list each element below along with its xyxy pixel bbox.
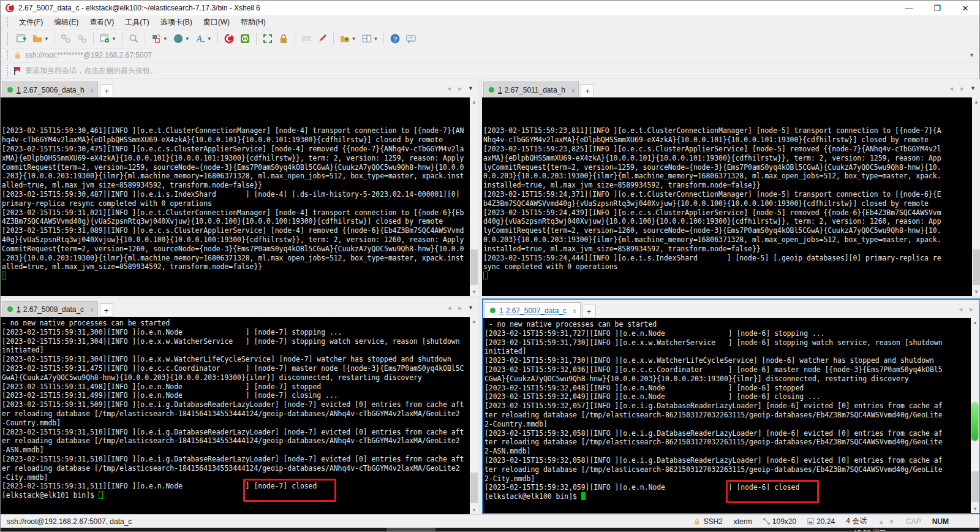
session-tab[interactable]: 1 2.67_5006_data_h x — [2, 82, 98, 97]
close-button[interactable]: ✕ — [951, 1, 979, 15]
title-bar: 2.67_5007_data_c - elkstack@elk100:~/ela… — [1, 1, 979, 15]
new-tab-button[interactable]: + — [100, 84, 113, 97]
font-icon[interactable]: A▼ — [193, 31, 214, 46]
tab-scroll-left-icon[interactable]: ◄ — [446, 85, 452, 92]
tab-menu-icon[interactable]: ▼ — [468, 85, 473, 91]
find-icon[interactable] — [126, 31, 141, 46]
scroll-thumb[interactable] — [973, 249, 980, 285]
xshell-logo-icon — [5, 3, 15, 13]
xshell-window: 2.67_5007_data_c - elkstack@elk100:~/ela… — [0, 0, 980, 532]
session-nav-arrows[interactable]: ▲▼ — [878, 518, 895, 525]
tab-menu-icon[interactable]: ▼ — [970, 85, 976, 91]
scroll-up-icon[interactable]: ▲ — [470, 317, 478, 325]
terminal-output[interactable]: - no new native processes can be started… — [1, 317, 470, 514]
tab-scroll-right-icon[interactable]: ► — [968, 306, 974, 313]
taskbar-clock: 15:59 周三 — [854, 528, 886, 531]
scrollbar[interactable]: ▲ ▼ — [470, 317, 478, 514]
highlight-pen-icon[interactable] — [315, 31, 330, 46]
tab-close-icon[interactable]: x — [91, 86, 94, 94]
minimize-button[interactable]: — — [895, 1, 923, 15]
web-globe-icon[interactable]: ▼ — [171, 31, 192, 46]
taskbar-button[interactable] — [386, 528, 435, 531]
session-tab-active[interactable]: 1 2.67_5007_data_c x — [484, 302, 581, 318]
menu-help[interactable]: 帮助(H) — [235, 16, 271, 29]
status-cursor-position: 20,24 — [807, 517, 835, 526]
menu-edit[interactable]: 编辑(E) — [48, 16, 84, 29]
scroll-thumb[interactable] — [470, 473, 478, 503]
terminal-output[interactable]: [2023-02-15T15:59:30,461][INFO ][o.e.t.C… — [1, 97, 470, 296]
terminal-cursor — [581, 492, 586, 500]
xshell-icon[interactable] — [222, 31, 236, 46]
new-session-icon[interactable] — [14, 31, 29, 46]
status-terminal-size: 109x20 — [763, 517, 796, 526]
help-icon[interactable]: ? — [388, 31, 402, 46]
scroll-down-icon[interactable]: ▼ — [971, 504, 979, 513]
lock-screen-icon[interactable] — [276, 31, 291, 46]
tab-close-icon[interactable]: x — [90, 306, 94, 313]
tab-scroll-left-icon[interactable]: ◄ — [957, 306, 963, 313]
session-tab[interactable]: 1 2.67_5011_data_h x — [483, 82, 579, 97]
disconnect-icon[interactable] — [59, 31, 74, 46]
scroll-up-icon[interactable]: ▲ — [971, 318, 979, 327]
scrollbar[interactable]: ▲ ▼ — [470, 97, 478, 296]
status-connection: ssh://root@192.168.2.67:5007, data_c — [1, 517, 132, 526]
status-bar: ssh://root@192.168.2.67:5007, data_c SSH… — [1, 514, 979, 528]
tab-title: 2.67_5011_data_h — [505, 86, 565, 94]
scroll-down-icon[interactable]: ▼ — [470, 506, 478, 514]
tab-scroll-right-icon[interactable]: ► — [959, 85, 965, 92]
tab-title: 2.67_5006_data_h — [23, 86, 85, 94]
tab-scroll-left-icon[interactable]: ◄ — [948, 85, 954, 92]
scroll-up-icon[interactable]: ▲ — [972, 97, 980, 106]
terminal-pane-active: 1 2.67_5007_data_c x + ◄► - no new nativ… — [482, 298, 980, 514]
tab-title: 2.67_5007_data_c — [506, 306, 567, 315]
message-icon[interactable] — [404, 31, 418, 46]
address-field[interactable]: ssh://root:*********@192.168.2.67:5007 ▼ — [13, 48, 979, 62]
new-tab-button[interactable]: + — [581, 84, 594, 97]
keyboard-icon[interactable] — [299, 31, 314, 46]
toolbar-grip — [7, 50, 10, 59]
tab-scroll-left-icon[interactable]: ◄ — [446, 305, 452, 311]
menu-file[interactable]: 文件(F) — [13, 16, 48, 29]
scroll-up-icon[interactable]: ▲ — [470, 97, 478, 106]
tab-scroll-right-icon[interactable]: ► — [457, 85, 463, 92]
scrollbar[interactable]: ▲ ▼ — [972, 97, 980, 296]
terminal-cursor — [99, 491, 103, 499]
new-tab-button[interactable]: + — [100, 303, 113, 317]
scroll-thumb[interactable] — [971, 471, 979, 502]
scroll-down-icon[interactable]: ▼ — [972, 287, 980, 296]
scroll-down-icon[interactable]: ▼ — [470, 287, 478, 296]
terminal-log-text: - no new native processes can be started… — [2, 319, 470, 491]
menu-tabs[interactable]: 选项卡(B) — [155, 16, 198, 29]
session-properties-icon[interactable]: ▼ — [97, 31, 118, 46]
scroll-thumb[interactable] — [470, 249, 478, 285]
new-tab-button[interactable]: + — [582, 305, 596, 318]
status-lock-icon — [693, 518, 701, 525]
tile-layout-icon[interactable]: ▼ — [360, 31, 380, 46]
terminal-pane: 1 2.67_5008_data_c x + ◄►▼ - no new nati… — [1, 298, 478, 514]
fullscreen-icon[interactable] — [260, 31, 275, 46]
terminal-log-text: [2023-02-15T15:59:23,811][INFO ][o.e.t.C… — [483, 99, 972, 272]
terminal-output[interactable]: - no new native processes can be started… — [483, 318, 971, 513]
menu-tools[interactable]: 工具(T) — [119, 16, 154, 29]
menu-view[interactable]: 查看(V) — [84, 16, 119, 29]
terminal-output[interactable]: [2023-02-15T15:59:23,811][INFO ][o.e.t.C… — [482, 97, 972, 296]
new-file-transfer-icon[interactable]: ▼ — [337, 31, 358, 46]
reconnect-icon[interactable] — [75, 31, 89, 46]
tab-scroll-right-icon[interactable]: ► — [457, 305, 463, 311]
connected-dot-icon — [490, 308, 496, 313]
address-dropdown-icon[interactable]: ▼ — [969, 52, 974, 58]
session-tab[interactable]: 1 2.67_5008_data_c x — [2, 301, 98, 317]
tab-close-icon[interactable]: x — [573, 307, 576, 314]
info-bar: 要添加当前会话，点击左侧的箭头按钮。 — [1, 63, 979, 79]
xftp-icon[interactable] — [238, 31, 252, 46]
restore-button[interactable]: ❐ — [923, 1, 951, 15]
address-url: ssh://root:*********@192.168.2.67:5007 — [25, 51, 152, 59]
open-session-icon[interactable]: ▼ — [30, 31, 51, 46]
windows-taskbar: 15:59 周三 — [1, 528, 979, 531]
session-up-icon: ▲ — [878, 518, 884, 525]
compose-layout-icon[interactable]: ▼ — [149, 31, 170, 46]
menu-window[interactable]: 窗口(W) — [198, 16, 235, 29]
tab-close-icon[interactable]: x — [571, 86, 575, 94]
scroll-bottom-indicator[interactable] — [971, 403, 978, 441]
tab-menu-icon[interactable]: ▼ — [468, 305, 473, 311]
